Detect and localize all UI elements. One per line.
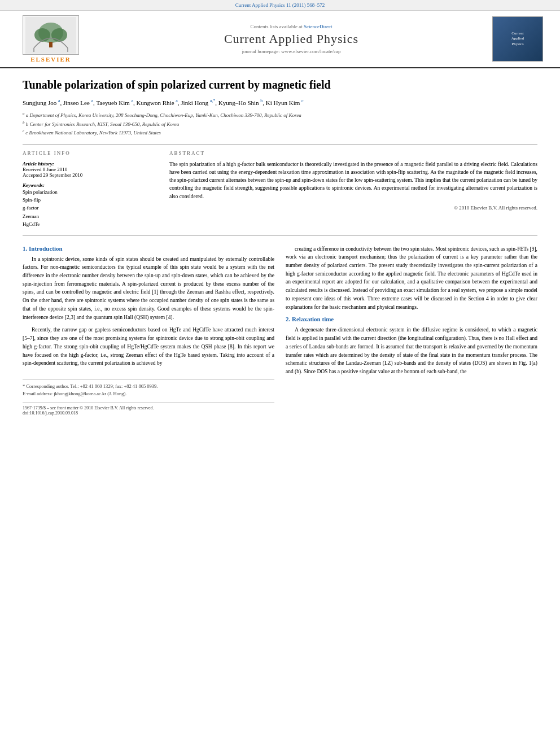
journal-title: Current Applied Physics [96, 32, 487, 46]
body-left-column: 1. Introduction In a spintronic device, … [23, 245, 274, 416]
section1-right-paragraph1: creating a difference in conductivity be… [286, 245, 537, 312]
article-info-column: ARTICLE INFO Article history: Received 8… [23, 150, 158, 229]
issn-text: 1567-1739/$ – see front matter © 2010 El… [23, 405, 274, 410]
journal-homepage: journal homepage: www.elsevier.com/locat… [96, 49, 487, 54]
journal-citation: Current Applied Physics 11 (2011) 568–57… [0, 0, 560, 11]
elsevier-wordmark: ELSEVIER [30, 56, 71, 63]
svg-point-2 [34, 28, 50, 42]
divider-2 [23, 235, 537, 236]
footnote-corresponding: * Corresponding author. Tel.: +82 41 860… [23, 383, 274, 390]
abstract-heading: ABSTRACT [169, 150, 537, 156]
section1-paragraph2: Recently, the narrow gap or gapless semi… [23, 326, 274, 368]
affil-b: b b Center for Spintronics Research, KIS… [23, 121, 179, 127]
science-direct-link: Contents lists available at ScienceDirec… [96, 24, 487, 29]
keywords-section: Keywords: Spin polarization Spin-flip g-… [23, 182, 158, 229]
affiliations: a a Department of Physics, Korea Univers… [23, 111, 537, 137]
body-right-column: creating a difference in conductivity be… [286, 245, 537, 416]
keyword-2: Spin-flip [23, 197, 41, 203]
article-info-heading: ARTICLE INFO [23, 150, 158, 156]
affil-c: c c Brookhaven National Laboratory, NewY… [23, 130, 161, 136]
section1-heading: 1. Introduction [23, 245, 274, 252]
footnote-email: E-mail address: jkhongjkhong@korea.ac.kr… [23, 390, 274, 397]
keywords-label: Keywords: [23, 182, 158, 188]
journal-cover-image: Current Applied Physics [492, 16, 543, 62]
bottom-bar: 1567-1739/$ – see front matter © 2010 El… [23, 403, 274, 416]
received-date: Received 8 June 2010 [23, 167, 158, 172]
citation-text: Current Applied Physics 11 (2011) 568–57… [235, 2, 325, 8]
keyword-5: HgCdTe [23, 221, 40, 227]
section2-heading: 2. Relaxation time [286, 316, 537, 322]
history-label: Article history: [23, 161, 54, 167]
journal-cover-area: Current Applied Physics [492, 16, 549, 62]
section2-paragraph1: A degenerate three-dimensional electroni… [286, 326, 537, 375]
section1-paragraph1: In a spintronic device, some kinds of sp… [23, 255, 274, 322]
info-abstract-section: ARTICLE INFO Article history: Received 8… [23, 150, 537, 229]
science-direct-anchor[interactable]: ScienceDirect [304, 24, 332, 29]
elsevier-tree-image [23, 15, 79, 55]
copyright-text: © 2010 Elsevier B.V. All rights reserved… [169, 205, 537, 211]
keyword-4: Zeeman [23, 213, 39, 219]
journal-title-area: Contents lists available at ScienceDirec… [96, 24, 487, 54]
svg-point-3 [51, 28, 67, 42]
elsevier-logo: ELSEVIER [23, 15, 79, 63]
authors-text: Sungjung Joo a, Jinseo Lee a, Taeyueb Ki… [23, 99, 304, 106]
keyword-1: Spin polarization [23, 189, 58, 195]
affil-a: a a Department of Physics, Korea Univers… [23, 112, 301, 118]
keyword-3: g-factor [23, 205, 38, 211]
abstract-text: The spin polarization of a high g-factor… [169, 160, 537, 200]
cover-text: Current Applied Physics [511, 31, 524, 46]
article-history: Article history: Received 8 June 2010 Ac… [23, 160, 158, 178]
accepted-date: Accepted 29 September 2010 [23, 172, 158, 178]
main-content: Tunable polarization of spin polarized c… [0, 68, 560, 425]
authors: Sungjung Joo a, Jinseo Lee a, Taeyueb Ki… [23, 98, 537, 107]
article-title: Tunable polarization of spin polarized c… [23, 77, 537, 92]
divider-1 [23, 144, 537, 145]
contents-text: Contents lists available at [251, 24, 303, 29]
footnote-section: * Corresponding author. Tel.: +82 41 860… [23, 379, 274, 397]
journal-header: ELSEVIER Contents lists available at Sci… [0, 11, 560, 68]
body-section: 1. Introduction In a spintronic device, … [23, 245, 537, 416]
abstract-column: ABSTRACT The spin polarization of a high… [169, 150, 537, 229]
publisher-logo-area: ELSEVIER [11, 15, 90, 63]
doi-text: doi:10.1016/j.cap.2010.09.018 [23, 410, 274, 416]
svg-rect-4 [49, 42, 53, 47]
keywords-list: Spin polarization Spin-flip g-factor Zee… [23, 188, 158, 229]
